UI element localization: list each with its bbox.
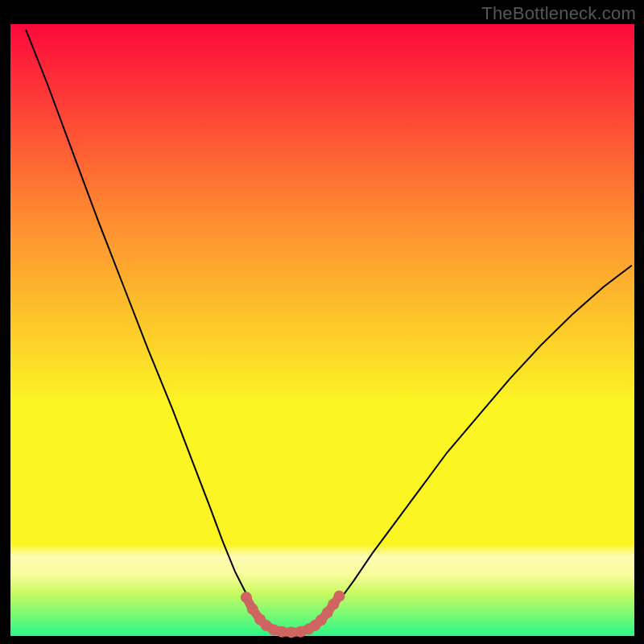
optimal-range-dot xyxy=(333,591,345,602)
bottleneck-chart xyxy=(0,0,644,644)
chart-frame: { "watermark": "TheBottleneck.com", "col… xyxy=(0,0,644,644)
optimal-range-dot xyxy=(247,604,258,615)
optimal-range-dot xyxy=(241,592,252,603)
watermark-text: TheBottleneck.com xyxy=(481,3,636,24)
plot-background xyxy=(10,24,634,636)
